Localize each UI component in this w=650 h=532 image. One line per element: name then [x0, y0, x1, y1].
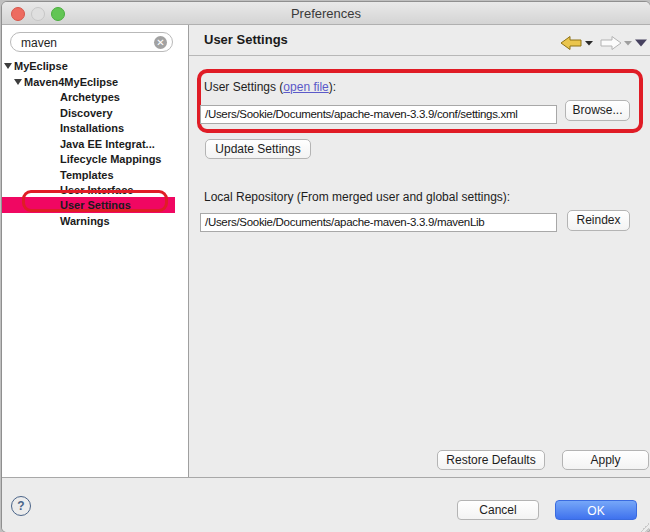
sidebar-item-maven4myeclipse[interactable]: Maven4MyEclipse — [2, 74, 188, 90]
window-title: Preferences — [2, 6, 650, 21]
clear-search-icon[interactable]: ✕ — [154, 36, 167, 49]
sidebar-item-installations[interactable]: Installations — [2, 120, 188, 136]
back-dropdown-icon[interactable] — [585, 41, 593, 46]
view-menu-icon[interactable] — [635, 40, 647, 47]
help-icon[interactable]: ? — [11, 496, 31, 516]
sidebar-item-myeclipse[interactable]: MyEclipse — [2, 58, 188, 74]
sidebar-item-java-ee-integration[interactable]: Java EE Integrat... — [2, 136, 188, 152]
disclosure-triangle-icon[interactable] — [14, 79, 22, 85]
search-input[interactable]: maven ✕ — [10, 32, 173, 52]
ok-button[interactable]: OK — [555, 500, 637, 520]
back-arrow-icon[interactable] — [561, 37, 581, 50]
update-settings-button[interactable]: Update Settings — [205, 139, 311, 159]
sidebar-item-templates[interactable]: Templates — [2, 167, 188, 183]
user-settings-label: User Settings (open file): — [204, 80, 336, 94]
sidebar-item-lifecycle-mappings[interactable]: Lifecycle Mappings — [2, 151, 188, 167]
apply-button[interactable]: Apply — [562, 450, 649, 470]
resize-grip[interactable] — [640, 523, 649, 532]
sidebar-item-archetypes[interactable]: Archetypes — [2, 89, 188, 105]
restore-defaults-button[interactable]: Restore Defaults — [437, 450, 545, 470]
sidebar: maven ✕ MyEclipse Maven4MyEclipse Archet… — [2, 25, 189, 477]
forward-arrow-icon — [601, 37, 621, 50]
local-repository-path-input[interactable]: /Users/Sookie/Documents/apache-maven-3.3… — [200, 213, 557, 232]
preferences-window: Preferences maven ✕ MyEclipse Maven4MyEc… — [1, 1, 650, 532]
header-separator — [189, 55, 650, 56]
main-panel: User Settings User Settings (open file):… — [189, 25, 650, 477]
sidebar-item-user-settings[interactable]: User Settings — [2, 197, 175, 214]
search-value: maven — [21, 36, 57, 50]
reindex-button[interactable]: Reindex — [567, 210, 630, 231]
open-file-link[interactable]: open file — [283, 80, 328, 94]
history-nav-icons — [536, 33, 648, 53]
local-repository-label: Local Repository (From merged user and g… — [204, 190, 510, 204]
browse-button[interactable]: Browse... — [565, 100, 630, 121]
disclosure-triangle-icon[interactable] — [4, 63, 12, 69]
forward-dropdown-icon — [624, 41, 632, 46]
sidebar-item-warnings[interactable]: Warnings — [2, 213, 188, 229]
page-title: User Settings — [204, 32, 288, 47]
sidebar-item-discovery[interactable]: Discovery — [2, 105, 188, 121]
dialog-footer: ? Cancel OK — [2, 477, 650, 532]
title-bar: Preferences — [2, 2, 650, 25]
user-settings-path-input[interactable]: /Users/Sookie/Documents/apache-maven-3.3… — [200, 105, 557, 124]
cancel-button[interactable]: Cancel — [457, 500, 539, 520]
